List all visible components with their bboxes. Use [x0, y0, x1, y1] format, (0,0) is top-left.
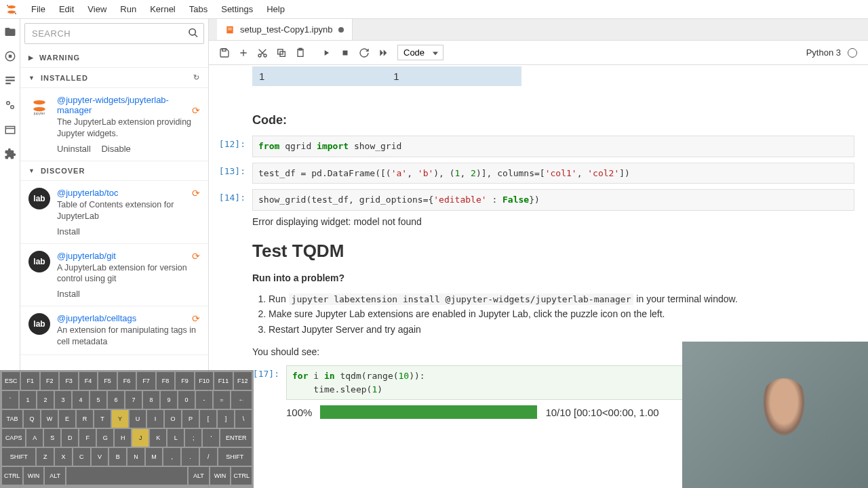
- stop-button[interactable]: [336, 44, 354, 62]
- menu-view[interactable]: View: [81, 1, 113, 17]
- keyboard-overlay: ESCF1F2F3F4F5F6F7F8F9F10F11F12 `12345678…: [0, 370, 254, 488]
- run-button[interactable]: [317, 44, 335, 62]
- lab-icon: lab: [28, 313, 50, 335]
- search-icon[interactable]: [188, 27, 199, 40]
- menu-tabs[interactable]: Tabs: [182, 1, 214, 17]
- notebook-toolbar: Code Python 3: [209, 41, 868, 65]
- progress-bar: [320, 405, 537, 419]
- menu-help[interactable]: Help: [260, 1, 292, 17]
- svg-point-0: [7, 5, 16, 9]
- update-icon[interactable]: ⟳: [192, 313, 200, 324]
- discover-section[interactable]: ▼ DISCOVER: [20, 161, 208, 181]
- extension-desc: An extension for manipulating tags in ce…: [57, 325, 200, 348]
- caret-down-icon: ▼: [28, 167, 35, 174]
- svg-point-9: [6, 102, 9, 105]
- svg-point-13: [33, 100, 45, 104]
- cut-button[interactable]: [254, 44, 271, 62]
- table-cell: 1: [387, 66, 521, 86]
- code-content[interactable]: test_df = pd.DataFrame([('a', 'b'), (1, …: [252, 163, 854, 184]
- svg-point-2: [7, 4, 8, 5]
- table-cell: 1: [252, 66, 387, 86]
- refresh-icon[interactable]: ↻: [193, 73, 200, 82]
- svg-rect-5: [8, 55, 12, 58]
- markdown-list: Run jupyter labextension install @jupyte…: [252, 291, 854, 338]
- code-cell[interactable]: [12]: from qgrid import show_grid: [216, 136, 854, 157]
- save-button[interactable]: [216, 44, 233, 62]
- run-all-button[interactable]: [374, 44, 392, 62]
- section-label: INSTALLED: [41, 74, 88, 82]
- paste-button[interactable]: [292, 44, 309, 62]
- progress-percent: 100%: [286, 407, 312, 418]
- svg-rect-26: [343, 50, 348, 55]
- svg-rect-18: [228, 29, 232, 30]
- svg-point-10: [10, 106, 14, 109]
- jupyter-icon: jupyter: [28, 95, 50, 117]
- extension-desc: A JupyterLab extension for version contr…: [57, 262, 200, 285]
- caret-right-icon: ▶: [28, 54, 34, 61]
- update-icon[interactable]: ⟳: [192, 251, 200, 262]
- install-button[interactable]: Install: [57, 289, 80, 299]
- unsaved-indicator-icon: [338, 27, 344, 33]
- menu-edit[interactable]: Edit: [52, 1, 81, 17]
- cell-prompt: [12]:: [216, 136, 252, 157]
- error-output: Error displaying widget: model not found: [252, 216, 854, 227]
- commands-icon[interactable]: [4, 75, 16, 87]
- svg-rect-17: [228, 28, 232, 28]
- progress-stats: 10/10 [00:10<00:00, 1.00: [545, 407, 658, 418]
- menu-bar: File Edit View Run Kernel Tabs Settings …: [0, 0, 868, 19]
- cell-type-select[interactable]: Code: [397, 45, 443, 60]
- restart-button[interactable]: [355, 44, 373, 62]
- extension-desc: Table of Contents extension for JupyterL…: [57, 199, 200, 222]
- svg-point-3: [15, 12, 16, 14]
- code-cell[interactable]: [14]: show_grid(test_df, grid_options={'…: [216, 189, 854, 211]
- svg-point-12: [189, 28, 195, 35]
- disable-button[interactable]: Disable: [101, 144, 130, 154]
- menu-file[interactable]: File: [24, 1, 52, 17]
- warning-section[interactable]: ▶ WARNING: [20, 48, 208, 68]
- svg-point-1: [7, 10, 16, 14]
- svg-text:jupyter: jupyter: [33, 111, 45, 115]
- copy-button[interactable]: [273, 44, 290, 62]
- svg-rect-8: [5, 83, 11, 84]
- install-button[interactable]: Install: [57, 226, 80, 237]
- kernel-status-icon[interactable]: [848, 48, 857, 58]
- cell-prompt: [17]:: [250, 365, 286, 400]
- extension-item: lab @jupyterlab/celltags ⟳ An extension …: [20, 306, 208, 355]
- extension-name-link[interactable]: @jupyterlab/git: [57, 251, 116, 261]
- lab-icon: lab: [28, 188, 50, 209]
- add-cell-button[interactable]: [235, 44, 252, 62]
- uninstall-button[interactable]: Uninstall: [57, 144, 91, 154]
- extension-item: jupyter @jupyter-widgets/jupyterlab-mana…: [20, 88, 208, 161]
- search-input[interactable]: [24, 23, 204, 44]
- lab-icon: lab: [28, 251, 50, 272]
- svg-rect-19: [222, 49, 226, 51]
- markdown-heading: Code:: [252, 113, 854, 127]
- extension-name-link[interactable]: @jupyter-widgets/jupyterlab-manager: [57, 95, 169, 115]
- code-content[interactable]: show_grid(test_df, grid_options={'editab…: [252, 189, 854, 211]
- installed-section[interactable]: ▼ INSTALLED ↻: [20, 68, 208, 88]
- extension-item: lab @jupyterlab/git ⟳ A JupyterLab exten…: [20, 244, 208, 307]
- notebook-tab[interactable]: setup_test-Copy1.ipynb: [217, 19, 353, 40]
- code-content[interactable]: from qgrid import show_grid: [252, 136, 854, 157]
- code-cell[interactable]: [13]: test_df = pd.DataFrame([('a', 'b')…: [216, 163, 854, 184]
- extension-name-link[interactable]: @jupyterlab/toc: [57, 188, 119, 198]
- notebook-icon: [225, 25, 235, 35]
- menu-kernel[interactable]: Kernel: [143, 1, 182, 17]
- settings-icon[interactable]: [4, 99, 16, 111]
- extension-manager-icon[interactable]: [4, 148, 16, 160]
- jupyter-logo-icon: [5, 3, 18, 16]
- tabs-icon[interactable]: [4, 123, 16, 136]
- extension-item: lab @jupyterlab/toc ⟳ Table of Contents …: [20, 181, 208, 244]
- running-icon[interactable]: [4, 50, 16, 62]
- update-icon[interactable]: ⟳: [192, 105, 200, 116]
- tab-bar: setup_test-Copy1.ipynb: [209, 19, 868, 41]
- kernel-name[interactable]: Python 3: [806, 47, 841, 58]
- extension-name-link[interactable]: @jupyterlab/celltags: [57, 313, 136, 323]
- menu-run[interactable]: Run: [113, 1, 143, 17]
- webcam-overlay: [682, 342, 868, 488]
- update-icon[interactable]: ⟳: [192, 188, 200, 199]
- menu-settings[interactable]: Settings: [214, 1, 260, 17]
- folder-icon[interactable]: [4, 26, 16, 38]
- output-table: 11: [252, 66, 854, 86]
- section-label: WARNING: [39, 54, 80, 62]
